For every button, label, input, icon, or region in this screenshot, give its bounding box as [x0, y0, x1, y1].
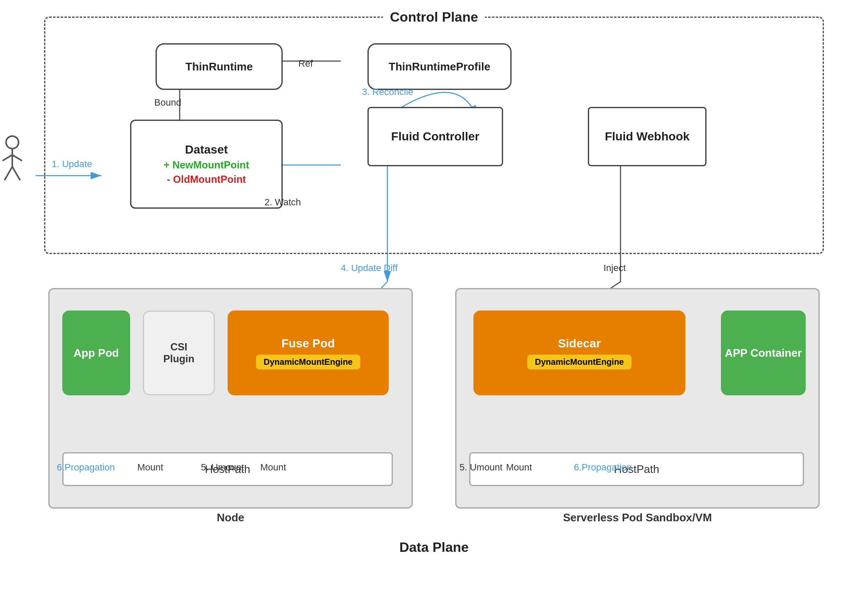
fuse-pod-title: Fuse Pod	[281, 337, 335, 350]
dataset-box: Dataset + NewMountPoint - OldMountPoint	[130, 120, 283, 209]
label-bound: Bound	[154, 97, 181, 108]
serverless-box: Serverless Pod Sandbox/VM Sidecar Dynami…	[455, 288, 820, 509]
node-label: Node	[217, 511, 245, 524]
dataset-add: + NewMountPoint	[164, 159, 249, 171]
dataset-title: Dataset	[185, 143, 228, 157]
label-6prop-left: 6.Propagation	[57, 462, 115, 473]
svg-line-23	[3, 155, 12, 161]
label-5umount-node: 5. Umount	[201, 462, 244, 473]
svg-point-21	[6, 136, 19, 149]
app-container: APP Container	[721, 310, 806, 395]
thin-runtime-box: ThinRuntime	[156, 43, 283, 90]
svg-line-25	[5, 167, 12, 180]
fuse-pod-badge: DynamicMountEngine	[256, 355, 360, 369]
app-pod-label: App Pod	[74, 347, 119, 360]
fluid-webhook-label: Fluid Webhook	[605, 130, 690, 143]
label-reconcile: 3. Reconcile	[362, 87, 413, 98]
fluid-controller-label: Fluid Controller	[391, 130, 479, 143]
label-update: 1. Update	[52, 159, 92, 170]
sidecar-title: Sidecar	[558, 337, 601, 350]
fluid-webhook-box: Fluid Webhook	[588, 107, 707, 166]
label-inject: Inject	[604, 263, 626, 274]
fluid-controller-box: Fluid Controller	[367, 107, 503, 166]
label-mount-srv: Mount	[506, 462, 532, 473]
thin-runtime-label: ThinRuntime	[186, 60, 253, 73]
label-watch: 2. Watch	[264, 197, 301, 208]
serverless-label: Serverless Pod Sandbox/VM	[563, 511, 712, 524]
sidecar-badge: DynamicMountEngine	[527, 355, 632, 369]
label-mount-csi: Mount	[137, 462, 163, 473]
data-plane-wrapper: Data Plane Node App Pod CSI Plugin Fuse …	[44, 280, 824, 551]
control-plane-label: Control Plane	[383, 9, 485, 25]
app-pod: App Pod	[62, 310, 130, 395]
fuse-pod: Fuse Pod DynamicMountEngine	[228, 310, 389, 395]
label-update-diff: 4. Update Diff	[341, 263, 398, 274]
control-plane-box: Control Plane ThinRuntime ThinRuntimePro…	[44, 17, 824, 254]
diagram-wrapper: Control Plane ThinRuntime ThinRuntimePro…	[19, 12, 849, 581]
data-plane-label: Data Plane	[399, 540, 469, 555]
node-box: Node App Pod CSI Plugin Fuse Pod Dynamic…	[48, 288, 413, 509]
thin-runtime-profile-label: ThinRuntimeProfile	[389, 60, 490, 73]
svg-line-24	[12, 155, 22, 161]
label-6prop-right: 6.Propagation	[574, 462, 632, 473]
dataset-remove: - OldMountPoint	[167, 173, 246, 185]
label-mount-node: Mount	[260, 462, 286, 473]
label-5umount-srv: 5. Umount	[459, 462, 503, 473]
label-ref: Ref	[298, 58, 313, 69]
thin-runtime-profile-box: ThinRuntimeProfile	[367, 43, 512, 90]
svg-line-26	[12, 167, 20, 180]
app-container-label: APP Container	[725, 347, 802, 360]
csi-plugin-label1: CSI	[170, 341, 187, 353]
csi-plugin: CSI Plugin	[143, 310, 215, 395]
sidecar: Sidecar DynamicMountEngine	[473, 310, 685, 395]
csi-plugin-label2: Plugin	[163, 353, 194, 365]
human-figure	[0, 135, 27, 186]
